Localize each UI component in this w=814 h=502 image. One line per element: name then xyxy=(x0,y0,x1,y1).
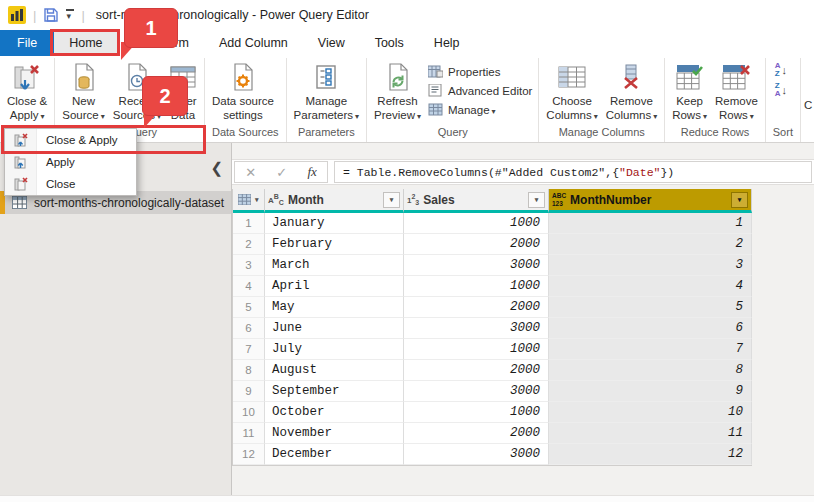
status-bar-edge xyxy=(0,495,814,502)
monthnumber-cell[interactable]: 5 xyxy=(549,297,752,318)
sales-cell[interactable]: 1000 xyxy=(404,213,549,234)
grid-corner-cell[interactable]: ▾ xyxy=(233,189,265,213)
cancel-formula-icon[interactable]: ✕ xyxy=(245,165,256,180)
monthnumber-cell[interactable]: 2 xyxy=(549,234,752,255)
remove-rows-button[interactable]: Remove Rows▾ xyxy=(711,58,762,123)
sort-descending-button[interactable]: ZA ↓ xyxy=(775,82,787,98)
table-row[interactable]: 2 February 2000 2 xyxy=(233,234,751,255)
filter-dropdown-button[interactable]: ▾ xyxy=(383,192,400,208)
sales-cell[interactable]: 1000 xyxy=(404,276,549,297)
month-cell[interactable]: March xyxy=(265,255,404,276)
table-row[interactable]: 3 March 3000 3 xyxy=(233,255,751,276)
tab-file[interactable]: File xyxy=(0,30,54,56)
table-row[interactable]: 7 July 1000 7 xyxy=(233,339,751,360)
keep-rows-button[interactable]: Keep Rows▾ xyxy=(668,58,711,123)
table-row[interactable]: 11 November 2000 11 xyxy=(233,423,751,444)
menu-item-close-and-apply[interactable]: Close & Apply xyxy=(5,129,136,151)
formula-input[interactable]: = Table.RemoveColumns(#"Added Custom2",{… xyxy=(334,161,812,183)
sales-cell[interactable]: 3000 xyxy=(404,318,549,339)
table-menu-caret-icon: ▾ xyxy=(255,196,259,204)
sales-cell[interactable]: 2000 xyxy=(404,234,549,255)
menu-item-apply[interactable]: Apply xyxy=(5,151,136,173)
table-row[interactable]: 6 June 3000 6 xyxy=(233,318,751,339)
tab-view[interactable]: View xyxy=(303,30,360,56)
filter-dropdown-button[interactable]: ▾ xyxy=(731,192,748,208)
monthnumber-cell[interactable]: 4 xyxy=(549,276,752,297)
monthnumber-cell[interactable]: 8 xyxy=(549,360,752,381)
choose-columns-button[interactable]: Choose Columns▾ xyxy=(542,58,601,123)
month-cell[interactable]: December xyxy=(265,444,404,465)
table-row[interactable]: 1 January 1000 1 xyxy=(233,213,751,234)
formula-bar: ✕ ✓ fx = Table.RemoveColumns(#"Added Cus… xyxy=(232,159,814,185)
monthnumber-cell[interactable]: 7 xyxy=(549,339,752,360)
month-cell[interactable]: July xyxy=(265,339,404,360)
monthnumber-cell[interactable]: 10 xyxy=(549,402,752,423)
manage-parameters-button[interactable]: Manage Parameters▾ xyxy=(290,58,363,123)
dropdown-caret-icon: ▾ xyxy=(355,112,359,121)
tab-tools[interactable]: Tools xyxy=(360,30,419,56)
column-header-month[interactable]: ABC Month ▾ xyxy=(265,189,404,213)
close-and-apply-button[interactable]: Close & Apply▾ xyxy=(3,58,51,123)
sales-cell[interactable]: 1000 xyxy=(404,339,549,360)
new-source-button[interactable]: New Source▾ xyxy=(58,58,108,123)
month-cell[interactable]: June xyxy=(265,318,404,339)
column-header-monthnumber[interactable]: ABC123 MonthNumber ▾ xyxy=(549,189,752,213)
filter-dropdown-button[interactable]: ▾ xyxy=(528,192,545,208)
new-source-icon xyxy=(71,59,97,95)
fx-icon[interactable]: fx xyxy=(307,164,316,180)
sales-cell[interactable]: 3000 xyxy=(404,444,549,465)
table-row[interactable]: 12 December 3000 12 xyxy=(233,444,751,465)
sales-cell[interactable]: 3000 xyxy=(404,255,549,276)
table-row[interactable]: 10 October 1000 10 xyxy=(233,402,751,423)
month-cell[interactable]: May xyxy=(265,297,404,318)
sort-ascending-button[interactable]: AZ ↓ xyxy=(775,62,787,78)
properties-button[interactable]: Properties xyxy=(425,62,535,81)
data-source-settings-button[interactable]: Data source settings xyxy=(208,58,278,123)
power-query-editor-window: | ▾ | sort-months-chronologically - Powe… xyxy=(0,0,814,502)
table-row[interactable]: 8 August 2000 8 xyxy=(233,360,751,381)
close-and-apply-icon xyxy=(14,133,28,147)
title-bar: | ▾ | sort-months-chronologically - Powe… xyxy=(0,0,814,30)
month-cell[interactable]: November xyxy=(265,423,404,444)
month-cell[interactable]: February xyxy=(265,234,404,255)
sales-cell[interactable]: 3000 xyxy=(404,381,549,402)
advanced-editor-icon xyxy=(428,84,443,97)
month-cell[interactable]: April xyxy=(265,276,404,297)
sales-cell[interactable]: 2000 xyxy=(404,423,549,444)
collapse-pane-icon[interactable]: ❮ xyxy=(210,159,223,177)
monthnumber-cell[interactable]: 11 xyxy=(549,423,752,444)
save-icon[interactable] xyxy=(43,7,59,23)
customize-toolbar-caret-icon[interactable]: ▾ xyxy=(66,9,74,21)
properties-icon xyxy=(428,65,443,78)
monthnumber-cell[interactable]: 6 xyxy=(549,318,752,339)
monthnumber-cell[interactable]: 1 xyxy=(549,213,752,234)
tab-add-column[interactable]: Add Column xyxy=(204,30,303,56)
group-label-reduce-rows: Reduce Rows xyxy=(668,126,762,142)
sales-cell[interactable]: 2000 xyxy=(404,360,549,381)
sales-cell[interactable]: 2000 xyxy=(404,297,549,318)
refresh-preview-button[interactable]: Refresh Preview▾ xyxy=(370,58,425,123)
month-cell[interactable]: September xyxy=(265,381,404,402)
remove-columns-button[interactable]: Remove Columns▾ xyxy=(602,58,661,123)
monthnumber-cell[interactable]: 3 xyxy=(549,255,752,276)
tab-home[interactable]: Home xyxy=(54,30,117,56)
table-row[interactable]: 4 April 1000 4 xyxy=(233,276,751,297)
table-row[interactable]: 9 September 3000 9 xyxy=(233,381,751,402)
table-row[interactable]: 5 May 2000 5 xyxy=(233,297,751,318)
row-number-cell: 4 xyxy=(233,276,265,297)
monthnumber-cell[interactable]: 9 xyxy=(549,381,752,402)
month-cell[interactable]: January xyxy=(265,213,404,234)
sales-cell[interactable]: 1000 xyxy=(404,402,549,423)
any-type-icon: ABC123 xyxy=(552,192,566,206)
confirm-formula-icon[interactable]: ✓ xyxy=(276,165,287,180)
menu-item-close[interactable]: Close xyxy=(5,173,136,195)
row-number-cell: 12 xyxy=(233,444,265,465)
month-cell[interactable]: August xyxy=(265,360,404,381)
column-header-sales[interactable]: 123 Sales ▾ xyxy=(404,189,549,213)
monthnumber-cell[interactable]: 12 xyxy=(549,444,752,465)
advanced-editor-button[interactable]: Advanced Editor xyxy=(425,81,535,100)
tab-help[interactable]: Help xyxy=(419,30,475,56)
manage-button[interactable]: Manage▾ xyxy=(425,100,535,119)
month-cell[interactable]: October xyxy=(265,402,404,423)
dropdown-caret-icon: ▾ xyxy=(653,112,657,121)
